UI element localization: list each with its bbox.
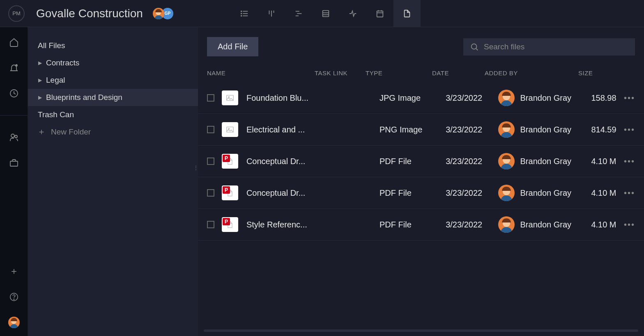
- svg-rect-15: [377, 11, 383, 17]
- file-thumb-icon: [222, 154, 238, 169]
- svg-line-31: [476, 49, 478, 50]
- file-added-by: Brandon Gray: [498, 121, 591, 138]
- added-by-name: Brandon Gray: [520, 188, 572, 198]
- svg-point-4: [241, 13, 242, 14]
- bell-icon[interactable]: [9, 63, 19, 73]
- file-thumb-icon: [222, 122, 238, 137]
- header-type[interactable]: TYPE: [366, 70, 432, 76]
- svg-point-3: [241, 11, 242, 12]
- more-actions-icon[interactable]: •••: [624, 125, 635, 134]
- view-tabs: [231, 0, 421, 27]
- header-added-by[interactable]: ADDED BY: [485, 70, 578, 76]
- folder-trash[interactable]: Trash Can: [28, 106, 198, 123]
- help-icon[interactable]: [9, 292, 19, 302]
- main-panel: Add File NAME TASK LINK TYPE DATE ADDED …: [198, 27, 644, 336]
- svg-point-27: [14, 299, 14, 299]
- svg-point-21: [11, 134, 14, 137]
- top-bar: PM Govalle Construction GP: [0, 0, 644, 27]
- svg-point-19: [16, 65, 17, 66]
- file-name: Foundation Blu...: [246, 93, 321, 103]
- folder-contracts[interactable]: ▶ Contracts: [28, 54, 198, 72]
- avatar-icon: [153, 8, 164, 19]
- caret-right-icon: ▶: [38, 78, 42, 82]
- file-type: PDF File: [380, 188, 446, 198]
- svg-rect-23: [10, 161, 18, 166]
- more-actions-icon[interactable]: •••: [624, 188, 635, 198]
- project-title: Govalle Construction: [36, 7, 143, 20]
- new-folder-button[interactable]: New Folder: [28, 123, 198, 141]
- file-date: 3/23/2022: [446, 188, 498, 198]
- file-type: PDF File: [380, 157, 446, 166]
- briefcase-icon[interactable]: [9, 158, 19, 168]
- row-checkbox[interactable]: [207, 189, 214, 197]
- project-members[interactable]: GP: [153, 8, 173, 19]
- header-task-link[interactable]: TASK LINK: [315, 70, 366, 76]
- tab-calendar[interactable]: [366, 0, 393, 27]
- folder-all-files[interactable]: All Files: [28, 37, 198, 54]
- file-row[interactable]: Conceptual Dr...PDF File3/23/2022Brandon…: [198, 146, 644, 177]
- file-type: JPG Image: [380, 93, 446, 103]
- avatar-icon: [498, 216, 515, 233]
- added-by-name: Brandon Gray: [520, 157, 572, 166]
- app-logo[interactable]: PM: [8, 5, 25, 22]
- table-header: NAME TASK LINK TYPE DATE ADDED BY SIZE: [198, 64, 644, 82]
- folder-panel: All Files ▶ Contracts ▶ Legal ▶ Blueprin…: [28, 27, 198, 336]
- file-row[interactable]: Conceptual Dr...PDF File3/23/2022Brandon…: [198, 177, 644, 209]
- tab-sheet[interactable]: [312, 0, 339, 27]
- search-icon: [470, 42, 479, 51]
- folder-legal[interactable]: ▶ Legal: [28, 72, 198, 89]
- file-added-by: Brandon Gray: [498, 153, 591, 169]
- folder-label: Legal: [46, 76, 65, 85]
- more-actions-icon[interactable]: •••: [624, 157, 635, 166]
- header-size[interactable]: SIZE: [578, 70, 611, 76]
- file-size: 4.10 M: [591, 157, 624, 166]
- file-date: 3/23/2022: [446, 220, 498, 229]
- search-input[interactable]: [484, 42, 628, 51]
- file-row[interactable]: Style Referenc...PDF File3/23/2022Brando…: [198, 209, 644, 241]
- file-size: 4.10 M: [591, 220, 624, 229]
- people-icon[interactable]: [9, 132, 19, 143]
- file-date: 3/23/2022: [446, 125, 498, 134]
- tab-files[interactable]: [393, 0, 421, 27]
- tab-activity[interactable]: [339, 0, 366, 27]
- toolbar: Add File: [198, 27, 644, 64]
- avatar-icon: [498, 121, 515, 138]
- header-name[interactable]: NAME: [207, 70, 315, 76]
- file-type: PNG Image: [380, 125, 446, 134]
- file-type: PDF File: [380, 220, 446, 229]
- left-rail: [0, 27, 28, 336]
- file-added-by: Brandon Gray: [498, 185, 591, 201]
- caret-right-icon: ▶: [38, 61, 42, 65]
- file-date: 3/23/2022: [446, 93, 498, 103]
- add-file-button[interactable]: Add File: [207, 37, 258, 56]
- avatar-icon: [498, 153, 515, 169]
- file-name: Style Referenc...: [246, 220, 321, 229]
- folder-blueprints[interactable]: ▶ Blueprints and Design: [28, 89, 198, 106]
- resize-handle[interactable]: ⋮: [193, 167, 199, 169]
- more-actions-icon[interactable]: •••: [624, 220, 635, 229]
- search-box[interactable]: [463, 38, 635, 56]
- file-size: 814.59: [591, 125, 624, 134]
- user-avatar[interactable]: [9, 317, 19, 328]
- row-checkbox[interactable]: [207, 221, 214, 228]
- folder-label: Blueprints and Design: [46, 93, 122, 102]
- clock-icon[interactable]: [9, 88, 19, 99]
- tab-list[interactable]: [231, 0, 258, 27]
- row-checkbox[interactable]: [207, 94, 214, 102]
- file-row[interactable]: Foundation Blu...JPG Image3/23/2022Brand…: [198, 82, 644, 114]
- home-icon[interactable]: [9, 37, 19, 48]
- tab-board[interactable]: [258, 0, 285, 27]
- header-date[interactable]: DATE: [432, 70, 485, 76]
- row-checkbox[interactable]: [207, 158, 214, 165]
- plus-icon[interactable]: [9, 266, 19, 277]
- more-actions-icon[interactable]: •••: [624, 93, 635, 103]
- divider: [0, 115, 28, 116]
- file-row[interactable]: Electrical and ...PNG Image3/23/2022Bran…: [198, 114, 644, 146]
- file-thumb-icon: [222, 90, 238, 105]
- tab-gantt[interactable]: [285, 0, 312, 27]
- new-folder-label: New Folder: [51, 127, 91, 137]
- file-name: Electrical and ...: [246, 125, 321, 134]
- plus-icon: [38, 128, 45, 136]
- row-checkbox[interactable]: [207, 126, 214, 133]
- svg-rect-12: [323, 10, 329, 16]
